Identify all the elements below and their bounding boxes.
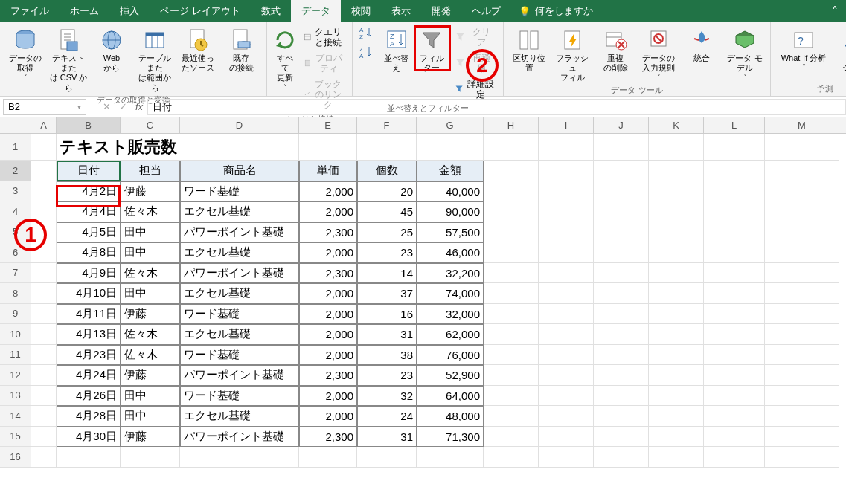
- column-header-L[interactable]: L: [704, 117, 765, 133]
- cell[interactable]: [765, 345, 839, 366]
- cell[interactable]: [484, 263, 539, 284]
- cell[interactable]: [484, 345, 539, 366]
- table-cell[interactable]: 伊藤: [121, 181, 180, 202]
- cell[interactable]: [539, 263, 594, 284]
- row-header-11[interactable]: 11: [0, 345, 31, 366]
- cell[interactable]: [649, 134, 704, 161]
- table-cell[interactable]: ワード基礎: [180, 386, 299, 407]
- select-all-corner[interactable]: [0, 117, 31, 133]
- tab-view[interactable]: 表示: [381, 0, 421, 22]
- table-cell[interactable]: 4月2日: [57, 181, 121, 202]
- cell[interactable]: [594, 201, 649, 222]
- cell[interactable]: [765, 242, 839, 263]
- cell[interactable]: [704, 222, 765, 243]
- row-header-7[interactable]: 7: [0, 263, 31, 284]
- cell[interactable]: [704, 304, 765, 325]
- tab-review[interactable]: 校閲: [341, 0, 381, 22]
- table-cell[interactable]: 45: [357, 201, 417, 222]
- flash-fill-button[interactable]: フラッシュ フィル: [553, 25, 592, 83]
- from-text-csv-button[interactable]: テキストまた は CSV から: [49, 25, 88, 93]
- cell[interactable]: [649, 406, 704, 427]
- row-header-6[interactable]: 6: [0, 242, 31, 263]
- cell[interactable]: [765, 201, 839, 222]
- table-cell[interactable]: 佐々木: [121, 324, 180, 345]
- table-cell[interactable]: エクセル基礎: [180, 324, 299, 345]
- cell[interactable]: [539, 304, 594, 325]
- row-header-5[interactable]: 5: [0, 222, 31, 243]
- cell[interactable]: [31, 304, 57, 325]
- text-to-columns-button[interactable]: 区切り位置: [510, 25, 548, 73]
- cell[interactable]: [765, 181, 839, 202]
- table-cell[interactable]: 佐々木: [121, 345, 180, 366]
- cell[interactable]: [484, 324, 539, 345]
- tell-me[interactable]: 💡 何をしますか: [511, 0, 600, 22]
- table-header-5[interactable]: 金額: [417, 161, 484, 181]
- cell[interactable]: [765, 134, 839, 161]
- cell[interactable]: [649, 304, 704, 325]
- column-header-B[interactable]: B: [57, 117, 121, 133]
- table-cell[interactable]: 佐々木: [121, 201, 180, 222]
- cell[interactable]: [539, 222, 594, 243]
- cell[interactable]: [594, 427, 649, 448]
- cell[interactable]: [594, 222, 649, 243]
- table-cell[interactable]: 2,300: [299, 427, 357, 448]
- cell[interactable]: [704, 406, 765, 427]
- table-cell[interactable]: 48,000: [417, 406, 484, 427]
- row-header-9[interactable]: 9: [0, 304, 31, 325]
- queries-connections-button[interactable]: クエリと接続: [301, 25, 346, 50]
- remove-duplicates-button[interactable]: 重複 の削除: [596, 25, 635, 73]
- cell[interactable]: [594, 304, 649, 325]
- cell[interactable]: [539, 365, 594, 386]
- table-cell[interactable]: パワーポイント基礎: [180, 222, 299, 243]
- table-cell[interactable]: 田中: [121, 386, 180, 407]
- cell[interactable]: [539, 427, 594, 448]
- table-cell[interactable]: 24: [357, 406, 417, 427]
- cell[interactable]: [31, 201, 57, 222]
- cell[interactable]: [704, 324, 765, 345]
- table-cell[interactable]: 90,000: [417, 201, 484, 222]
- row-header-2[interactable]: 2: [0, 161, 31, 181]
- cell[interactable]: [594, 283, 649, 304]
- table-cell[interactable]: 14: [357, 263, 417, 284]
- tab-insert[interactable]: 挿入: [109, 0, 150, 22]
- table-cell[interactable]: 2,000: [299, 242, 357, 263]
- tab-home[interactable]: ホーム: [60, 0, 109, 22]
- table-cell[interactable]: 4月11日: [57, 304, 121, 325]
- cell[interactable]: [539, 447, 594, 468]
- data-model-button[interactable]: データ モ デル: [725, 25, 764, 82]
- table-cell[interactable]: 伊藤: [121, 304, 180, 325]
- table-cell[interactable]: 4月8日: [57, 242, 121, 263]
- cell[interactable]: [299, 447, 357, 468]
- cell[interactable]: [484, 386, 539, 407]
- cell[interactable]: [594, 386, 649, 407]
- formula-input[interactable]: 日付: [147, 99, 846, 115]
- table-cell[interactable]: 2,000: [299, 406, 357, 427]
- cell[interactable]: [704, 386, 765, 407]
- cell[interactable]: [649, 201, 704, 222]
- table-cell[interactable]: 62,000: [417, 324, 484, 345]
- cell[interactable]: [765, 427, 839, 448]
- cell[interactable]: [417, 447, 484, 468]
- table-cell[interactable]: ワード基礎: [180, 181, 299, 202]
- consolidate-button[interactable]: 統合: [682, 25, 721, 63]
- table-cell[interactable]: 2,300: [299, 222, 357, 243]
- table-cell[interactable]: 田中: [121, 283, 180, 304]
- table-cell[interactable]: エクセル基礎: [180, 201, 299, 222]
- cell[interactable]: [484, 242, 539, 263]
- cell[interactable]: [594, 181, 649, 202]
- tab-dev[interactable]: 開発: [421, 0, 461, 22]
- cell[interactable]: [539, 345, 594, 366]
- forecast-sheet-button[interactable]: 予測 シート: [835, 25, 846, 73]
- cell[interactable]: [484, 406, 539, 427]
- cell[interactable]: [704, 161, 765, 181]
- cell[interactable]: [484, 304, 539, 325]
- cell[interactable]: [649, 324, 704, 345]
- ribbon-chevron-up-icon[interactable]: ˄: [824, 0, 846, 22]
- row-header-10[interactable]: 10: [0, 324, 31, 345]
- cell[interactable]: [121, 447, 180, 468]
- table-cell[interactable]: 4月23日: [57, 345, 121, 366]
- cell[interactable]: [484, 134, 539, 161]
- column-header-A[interactable]: A: [31, 117, 57, 133]
- table-header-4[interactable]: 個数: [357, 161, 417, 181]
- table-cell[interactable]: 田中: [121, 222, 180, 243]
